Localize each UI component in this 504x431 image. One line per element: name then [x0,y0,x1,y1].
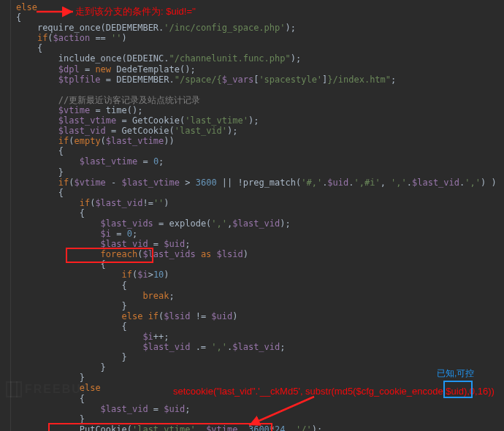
annotation-top-condition: 走到该分支的条件为: $uid!='' [75,5,196,18]
highlight-box-uid [443,381,473,398]
annotation-known-controllable: 已知,可控 [437,367,474,380]
line-gutter [0,0,11,431]
highlight-box-assign [66,248,153,263]
code-block: else { require_once(DEDEMEMBER.'/inc/con… [0,0,504,431]
highlight-box-putcookie [48,423,272,431]
watermark: FREEBUF [6,381,91,397]
